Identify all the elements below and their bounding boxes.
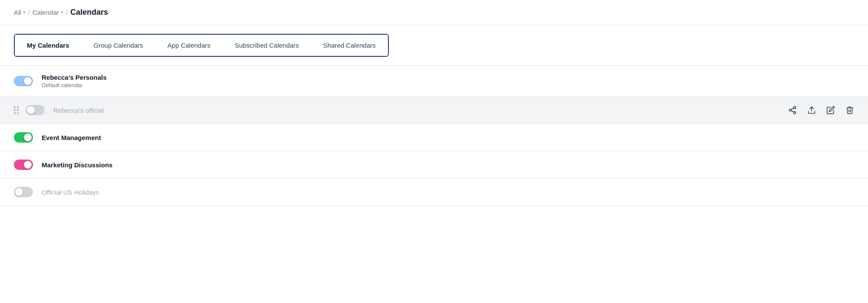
table-row: Event Management	[0, 124, 868, 151]
breadcrumb-calendar-label: Calendar	[33, 9, 59, 16]
delete-icon[interactable]	[845, 106, 854, 114]
tab-group-calendars[interactable]: Group Calendars	[82, 35, 155, 56]
calendar-info: Event Management	[42, 134, 854, 141]
calendar-info: Marketing Discussions	[42, 161, 854, 169]
table-row: Marketing Discussions	[0, 151, 868, 179]
calendar-name: Official US Holidays	[42, 189, 854, 196]
toggle-us-holidays[interactable]	[14, 187, 33, 197]
breadcrumb-all-label: All	[14, 9, 21, 16]
row-actions	[788, 106, 854, 114]
calendar-info: Rebecca's Personals Default calendar	[42, 74, 854, 88]
edit-icon[interactable]	[826, 106, 835, 114]
toggle-rebeccas-personals[interactable]	[14, 76, 33, 86]
tab-app-calendars[interactable]: App Calendars	[155, 35, 223, 56]
drag-handle[interactable]	[14, 106, 19, 114]
calendar-info: Official US Holidays	[42, 189, 854, 196]
breadcrumb-calendars: Calendars	[70, 8, 108, 17]
calendar-list: Rebecca's Personals Default calendar Reb…	[0, 65, 868, 206]
breadcrumb-separator-1: /	[28, 9, 30, 16]
share-icon[interactable]	[788, 106, 797, 114]
table-row: Rebecca's Personals Default calendar	[0, 65, 868, 97]
calendar-subtitle: Default calendar	[42, 82, 854, 88]
export-icon[interactable]	[807, 106, 816, 114]
tabs-container: My Calendars Group Calendars App Calenda…	[14, 34, 389, 57]
calendar-name: Marketing Discussions	[42, 161, 854, 169]
toggle-rebeccas-official[interactable]	[26, 105, 45, 115]
svg-line-4	[791, 108, 794, 109]
breadcrumb-all[interactable]: All ▾	[14, 9, 26, 16]
tab-subscribed-calendars[interactable]: Subscribed Calendars	[223, 35, 311, 56]
table-row: Rebecca's official	[0, 96, 868, 124]
calendar-name: Event Management	[42, 134, 854, 141]
calendar-name: Rebecca's official	[53, 107, 788, 114]
breadcrumb-all-chevron: ▾	[23, 10, 26, 15]
tab-my-calendars[interactable]: My Calendars	[15, 35, 82, 56]
breadcrumb: All ▾ / Calendar ▾ / Calendars	[0, 0, 868, 25]
toggle-marketing-discussions[interactable]	[14, 160, 33, 170]
table-row: Official US Holidays	[0, 178, 868, 206]
tab-shared-calendars[interactable]: Shared Calendars	[311, 35, 388, 56]
toggle-event-management[interactable]	[14, 132, 33, 143]
svg-line-3	[791, 111, 794, 112]
calendar-info: Rebecca's official	[53, 107, 788, 114]
breadcrumb-calendars-label: Calendars	[70, 8, 108, 17]
calendar-name: Rebecca's Personals	[42, 74, 854, 81]
breadcrumb-separator-2: /	[66, 9, 68, 16]
breadcrumb-calendar-chevron: ▾	[61, 10, 63, 15]
breadcrumb-calendar[interactable]: Calendar ▾	[33, 9, 63, 16]
